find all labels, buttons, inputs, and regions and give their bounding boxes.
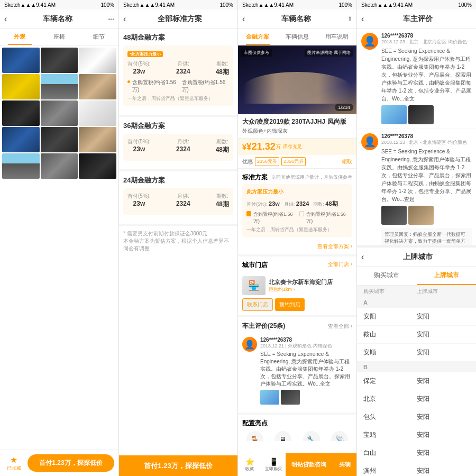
share-icon-3[interactable]: ⬆	[347, 15, 352, 22]
tab-exterior[interactable]: 外观	[0, 29, 40, 45]
photo-14[interactable]	[41, 153, 78, 179]
photo-4[interactable]	[2, 74, 40, 99]
promo-receive-btn[interactable]: 领取	[342, 158, 352, 166]
monthly-36: 月供: 2324	[176, 138, 190, 154]
city-panel: ‹ 上牌城市 购买城市 上牌城市 购买城市 上牌城市 A 安阳 安阳 鞍山 安阳	[357, 248, 476, 476]
reviews-scroll[interactable]: 👤 126****26378 2018.12.23 | 北京 - 北京海淀区·均…	[357, 29, 476, 248]
photo-12[interactable]	[79, 127, 116, 152]
store-all-3[interactable]: 全部门店 ›	[328, 261, 352, 270]
car-silhouette	[243, 72, 351, 104]
review-count-3: 车主评价(25条)	[242, 322, 285, 331]
city-row-anshan[interactable]: 鞍山 安阳	[357, 326, 476, 344]
panel-reviews-city: Sketch ▲▲▲ 9:41 AM 100% ‹ 车主评价 👤 126****…	[357, 0, 476, 476]
photo-2[interactable]	[41, 48, 78, 73]
store-dist-3[interactable]: 距您约1km ›	[269, 286, 352, 293]
promo-tag-1[interactable]: 2356元券	[255, 157, 279, 166]
city-buy-4: 保定	[363, 377, 417, 386]
photo-1[interactable]	[2, 48, 40, 73]
city-reg-5: 安阳	[417, 395, 470, 404]
standard-plan-box: 此方案压力最小 首付(5%): 23w 月供: 2324 期数: 48期 含购置…	[242, 184, 352, 237]
detail-scroll[interactable]: 1/234 车图仅供参考 图片来源网络 属于网络 大众/凌度2019款 230T…	[238, 45, 356, 441]
see-all-reviews-3[interactable]: 查看全部 ›	[328, 323, 352, 330]
config-title-3: 配置亮点	[242, 419, 268, 428]
car-main-image[interactable]: 1/234 车图仅供参考 图片来源网络 属于网络	[238, 45, 356, 114]
review-img-3a[interactable]	[260, 390, 279, 405]
tab-finance-3[interactable]: 金融方案	[238, 29, 278, 45]
review-text-full-1: SEE = Seeking Experience & Engineering, …	[381, 47, 472, 103]
period-36-title: 36期金融方案	[123, 121, 233, 131]
finance-list-scroll[interactable]: 48期金融方案 *此方案压力最小 首付(5%): 23w 月供: 2324 期数…	[119, 29, 237, 476]
period-item: 期数: 48期	[216, 60, 229, 77]
city-panel-title: 上牌城市	[364, 252, 472, 262]
store-header-3: 城市门店 全部门店 ›	[242, 261, 352, 270]
city-list-scroll[interactable]: A 安阳 安阳 鞍山 安阳 安顺 安阳 B 保定 安阳 北京 安阳	[357, 297, 476, 475]
city-reg-3: 安阳	[417, 348, 470, 357]
thumb-1b[interactable]	[408, 105, 434, 124]
tab-seat[interactable]: 座椅	[40, 29, 79, 45]
city-row-baoding[interactable]: 保定 安阳	[357, 372, 476, 390]
signal-icon-4: ▲▲▲	[378, 2, 393, 8]
review-img-3b[interactable]	[281, 390, 300, 405]
city-buy-3: 安顺	[363, 348, 417, 357]
bottom-tab-save-3[interactable]: ⭐ 收藏	[238, 453, 262, 476]
thumb-2a[interactable]	[381, 206, 407, 225]
city-row-binzhou[interactable]: 滨州 安阳	[357, 462, 476, 475]
page-title-4: 车主评价	[364, 14, 472, 24]
radar-icon: 📡	[331, 431, 348, 441]
view-all-plans-3[interactable]: 查看全部方案 ›	[242, 241, 352, 250]
promo-tag-2[interactable]: 2356元券	[281, 157, 306, 166]
photo-9[interactable]	[79, 100, 116, 126]
city-buy-2: 鞍山	[363, 330, 417, 339]
consult-btn-3[interactable]: 明钻贷款咨询	[286, 453, 333, 476]
share-button-1[interactable]: •••	[108, 16, 114, 22]
photo-13[interactable]	[2, 153, 40, 179]
city-row-baotou[interactable]: 包头 安阳	[357, 408, 476, 426]
tab-detail[interactable]: 细节	[79, 29, 118, 45]
review-images-3	[260, 390, 352, 405]
store-info-3: 北京奏卡尔新车海淀门店 距您约1km ›	[269, 278, 352, 293]
save-label-3: 收藏	[245, 466, 254, 472]
config-1: 🪑 儿童座椅接口	[242, 431, 268, 441]
photo-10[interactable]	[2, 127, 40, 152]
avatar-2: 👤	[361, 133, 378, 150]
city-row-baishan[interactable]: 白山 安阳	[357, 444, 476, 462]
battery-label: 100%	[100, 2, 114, 8]
tab-info-3[interactable]: 车辆信息	[278, 29, 317, 45]
photo-5[interactable]	[41, 74, 78, 99]
city-tab-buy[interactable]: 购买城市	[357, 267, 417, 285]
save-toggle[interactable]: ★ 已收藏	[4, 455, 23, 472]
photo-3[interactable]	[79, 48, 116, 73]
nav-store-btn-3[interactable]: 预约到店	[275, 298, 305, 311]
thumb-1a[interactable]	[381, 105, 407, 124]
computer-icon: 🖥	[274, 431, 291, 441]
review-full-1: 👤 126****26378 2018.12.23 | 北京 - 北京海淀区·均…	[357, 29, 476, 129]
plan-note-3: ※同其他房源用户量计，月供仅供参考	[271, 174, 352, 181]
buy-icon-3: 📱	[269, 457, 278, 466]
city-row-baoji[interactable]: 宝鸡 安阳	[357, 426, 476, 444]
time-label-3: 9:41 AM	[274, 2, 294, 8]
photo-15[interactable]	[79, 153, 116, 179]
photo-8[interactable]	[41, 100, 78, 126]
tab-bar-1: 外观 座椅 细节	[0, 29, 118, 45]
photo-11[interactable]	[41, 127, 78, 152]
tab-usage-3[interactable]: 用车说明	[317, 29, 356, 45]
confirm-btn-3[interactable]: 买辆	[333, 453, 356, 476]
period-48-title: 48期金融方案	[123, 33, 233, 42]
down-36: 首付(5%): 23w	[127, 138, 151, 154]
plan-title-3: 标准方案	[242, 173, 268, 182]
city-row-anshun[interactable]: 安顺 安阳	[357, 344, 476, 362]
mp-3: 月供: 2324	[284, 198, 309, 208]
photo-7[interactable]	[2, 100, 40, 126]
price-value: ¥	[242, 143, 246, 151]
call-store-btn-3[interactable]: 联系门店	[242, 298, 273, 311]
view-all-link-3[interactable]: 查看全部方案 ›	[317, 243, 352, 249]
bottom-action-2[interactable]: 首付1.23万，探探低价	[119, 455, 237, 476]
photo-6[interactable]	[79, 74, 116, 99]
city-tab-register[interactable]: 上牌城市	[417, 267, 477, 285]
thumb-2b[interactable]	[408, 206, 434, 225]
bottom-tab-buy-3[interactable]: 📱 立即购买	[262, 453, 286, 476]
city-row-anyang[interactable]: 安阳 安阳	[357, 308, 476, 326]
city-row-beijing[interactable]: 北京 安阳	[357, 390, 476, 408]
explore-price-button[interactable]: 首付1.23万，探探低价	[28, 454, 114, 472]
period-24: 期数: 48期	[216, 193, 229, 209]
